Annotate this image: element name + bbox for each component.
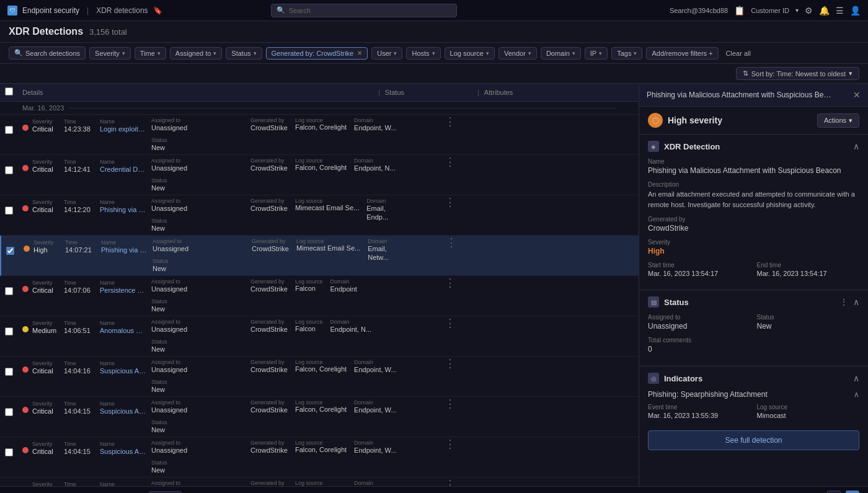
status-section-more[interactable]: ⋮ [839, 297, 848, 307]
detail-panel-close-icon[interactable]: ✕ [853, 90, 861, 100]
total-comments-label: Total comments [648, 337, 859, 344]
customer-id[interactable]: Customer ID [751, 7, 789, 14]
app-icon: 🛡 [7, 6, 17, 16]
tags-filter[interactable]: Tags ▾ [611, 47, 642, 60]
row-checkbox-1[interactable] [5, 155, 22, 174]
end-time-label: End time [757, 262, 860, 269]
row-checkbox-2[interactable] [5, 195, 22, 215]
search-detections-filter[interactable]: 🔍 Search detections [9, 47, 86, 60]
name-tiny-label: Name [100, 118, 146, 125]
xdr-section-collapse[interactable]: ∧ [853, 141, 859, 151]
row-status-cell-7: Assigned to Unassigned Status New [146, 397, 246, 437]
user-chevron: ▾ [394, 50, 397, 56]
list-icon[interactable]: ☰ [836, 6, 844, 16]
row-checkbox-6[interactable] [5, 357, 22, 376]
time-tiny-label: Time [64, 118, 96, 125]
settings-icon[interactable]: ⚙ [805, 6, 813, 16]
sort-button[interactable]: ⇅ Sort by: Time: Newest to oldest ▾ [736, 67, 859, 80]
row-more-button-8[interactable]: ⋮ [407, 437, 494, 451]
row-status-cell-6: Assigned to Unassigned Status New [146, 357, 246, 396]
add-remove-filters[interactable]: Add/remove filters + [646, 47, 718, 60]
assigned-to-filter[interactable]: Assigned to ▾ [170, 47, 222, 60]
row-more-button-4[interactable]: ⋮ [407, 276, 494, 290]
actions-button[interactable]: Actions ▾ [817, 113, 859, 128]
status-value-label: Status [757, 314, 860, 321]
see-full-detection-button[interactable]: See full detection [648, 430, 859, 450]
row-more-button-5[interactable]: ⋮ [407, 316, 494, 330]
row-more-button-1[interactable]: ⋮ [407, 155, 494, 169]
row-more-button-2[interactable]: ⋮ [407, 195, 494, 209]
nav-separator: | [87, 6, 89, 15]
table-row[interactable]: Severity Medium Time 14:06:51 Name Anoma… [0, 316, 639, 357]
user-filter[interactable]: User ▾ [371, 47, 402, 60]
table-row[interactable]: Severity Critical Time 14:12:20 Name Phi… [0, 195, 639, 236]
ip-filter[interactable]: IP ▾ [585, 47, 608, 60]
global-search-bar[interactable]: 🔍 Search [271, 4, 457, 17]
name-tiny-label: Name [101, 239, 148, 246]
table-row[interactable]: Severity Critical Time 14:04:15 Name Sus… [0, 437, 639, 477]
detection-name-value: Phishing via Malicious Attachment with S… [648, 166, 859, 175]
log-source-label: Log source [450, 50, 484, 57]
row-more-button-9[interactable]: ⋮ [407, 477, 494, 486]
row-more-button-7[interactable]: ⋮ [407, 397, 494, 411]
table-row[interactable]: Severity Critical Time 14:23:38 Name Log… [0, 115, 639, 155]
severity-value: Critical [32, 367, 60, 375]
copy-icon[interactable]: 📋 [734, 6, 745, 16]
hosts-filter[interactable]: Hosts ▾ [406, 47, 440, 60]
domain-filter[interactable]: Domain ▾ [541, 47, 581, 60]
table-row[interactable]: Severity Critical Time 14:04:13 Name Sus… [0, 477, 639, 486]
log-source-filter[interactable]: Log source ▾ [445, 47, 495, 60]
indicator-item[interactable]: Phishing: Spearphishing Attachment ∧ [648, 390, 859, 399]
severity-value: Medium [32, 327, 60, 334]
table-row[interactable]: Severity Critical Time 14:04:16 Name Sus… [0, 357, 639, 397]
severity-tiny-label: Severity [33, 239, 61, 246]
row-status-cell-9: Assigned to Unassigned Status New [146, 477, 246, 486]
user-icon[interactable]: 👤 [850, 6, 861, 16]
row-checkbox-7[interactable] [5, 397, 22, 416]
status-section-left: ▤ Status [648, 296, 689, 308]
table-row[interactable]: Severity Critical Time 14:07:06 Name Per… [0, 276, 639, 316]
prev-page-button[interactable]: ‹ [827, 491, 841, 494]
table-row[interactable]: Severity Critical Time 14:12:41 Name Cre… [0, 155, 639, 195]
row-checkbox-0[interactable] [5, 115, 22, 134]
time-chevron: ▾ [157, 50, 161, 56]
breadcrumb-xdr[interactable]: XDR detections [96, 6, 148, 15]
row-checkbox-9[interactable] [5, 477, 22, 486]
items-per-page-select[interactable]: 200 100 50 [149, 491, 182, 494]
tags-label: Tags [617, 50, 631, 57]
time-filter[interactable]: Time ▾ [135, 47, 166, 60]
indicators-collapse[interactable]: ∧ [853, 373, 859, 383]
generated-by-filter[interactable]: Generated by: CrowdStrike ✕ [266, 47, 368, 60]
row-more-button-6[interactable]: ⋮ [407, 357, 494, 370]
row-attributes-cell-1: Generated by CrowdStrike Log source Falc… [246, 155, 407, 175]
detections-table: Details | Status | Attributes Mar. 16, 2… [0, 84, 639, 486]
chevron-icon[interactable]: ▾ [795, 7, 799, 14]
select-all-checkbox[interactable] [5, 87, 22, 97]
detail-panel-title: Phishing via Malicious Attachment with S… [647, 91, 833, 99]
clear-all-button[interactable]: Clear all [722, 48, 755, 59]
bookmark-icon[interactable]: 🔖 [153, 6, 162, 15]
vendor-filter[interactable]: Vendor ▾ [498, 47, 537, 60]
table-row[interactable]: Severity High Time 14:07:21 Name Phishin… [0, 236, 639, 276]
bottom-right: Page 1 of 16 ‹ › [784, 491, 859, 494]
start-time-label: Start time [648, 262, 751, 269]
severity-filter[interactable]: Severity ▾ [89, 47, 131, 60]
indicators-section-header: ◎ Indicators ∧ [648, 373, 859, 384]
row-more-button-0[interactable]: ⋮ [407, 115, 494, 128]
severity-dot [22, 125, 29, 131]
severity-value: Critical [32, 407, 60, 415]
generated-by-close[interactable]: ✕ [357, 50, 362, 56]
row-more-button-3[interactable]: ⋮ [408, 236, 495, 249]
row-checkbox-3[interactable] [6, 236, 24, 255]
status-collapse[interactable]: ∧ [853, 297, 859, 307]
time-value: 14:04:15 [64, 407, 96, 415]
start-time-value: Mar. 16, 2023 13:54:17 [648, 270, 751, 277]
row-checkbox-5[interactable] [5, 316, 22, 335]
status-filter[interactable]: Status ▾ [226, 47, 262, 60]
row-checkbox-8[interactable] [5, 437, 22, 456]
sort-arrows-icon: ⇅ [743, 69, 748, 78]
bell-icon[interactable]: 🔔 [819, 6, 830, 16]
row-checkbox-4[interactable] [5, 276, 22, 295]
table-row[interactable]: Severity Critical Time 14:04:15 Name Sus… [0, 397, 639, 437]
next-page-button[interactable]: › [846, 491, 859, 494]
